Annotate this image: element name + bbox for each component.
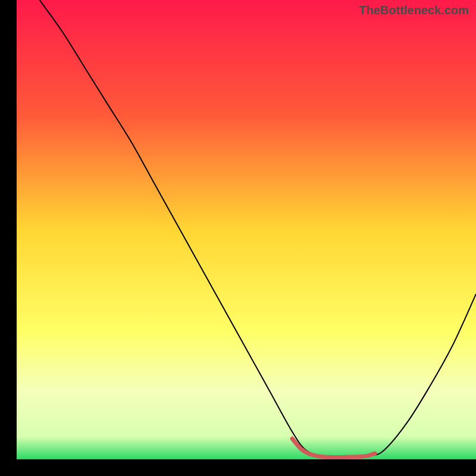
watermark-text: TheBottleneck.com — [359, 4, 469, 17]
bottleneck-chart — [0, 0, 476, 476]
chart-container — [0, 0, 476, 476]
